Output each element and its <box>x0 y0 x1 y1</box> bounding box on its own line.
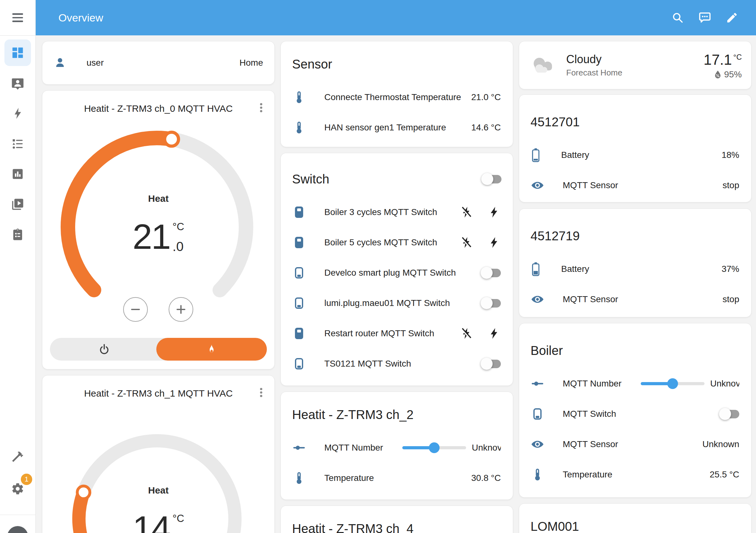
assist-button[interactable] <box>698 11 712 25</box>
flash-off-button[interactable] <box>460 206 473 219</box>
heatit-ch4-card: Heatit - Z-TRM3 ch_4 <box>281 506 513 533</box>
card-menu-button[interactable] <box>255 101 267 114</box>
eye-icon <box>531 293 544 306</box>
person-card[interactable]: user Home <box>42 41 275 85</box>
sidebar-item-overview[interactable] <box>4 40 31 66</box>
hamburger-menu-icon[interactable] <box>0 0 35 35</box>
entity-toggle[interactable] <box>481 267 501 278</box>
mqtt-number-slider[interactable] <box>641 378 705 389</box>
entity-row[interactable]: MQTT Sensor stop <box>519 284 751 314</box>
weather-card[interactable]: Cloudy Forecast Home 17.1 °C 95% <box>519 41 752 89</box>
battery-icon <box>531 262 540 276</box>
cloudy-icon <box>528 54 559 77</box>
entity-row[interactable]: Connecte Thermostat Temperature 21.0 °C <box>281 82 513 112</box>
thermostat-card-ch0: Heatit - Z-TRM3 ch_0 MQTT HVAC Heat 21 °… <box>42 90 275 369</box>
sidebar-item-settings[interactable]: 1 <box>4 475 31 502</box>
entity-row[interactable]: Boiler 5 cycles MQTT Switch <box>281 227 513 258</box>
entity-row[interactable]: MQTT Sensor stop <box>519 170 751 200</box>
entity-name: MQTT Number <box>563 379 621 389</box>
entity-name: MQTT Number <box>324 443 383 453</box>
entity-value: 37% <box>721 264 739 274</box>
app-header: Overview <box>35 0 756 35</box>
entity-toggle[interactable] <box>720 409 739 419</box>
heatit-ch2-card: Heatit - Z-TRM3 ch_2 MQTT Number Unknov … <box>281 391 513 500</box>
edit-dashboard-button[interactable] <box>725 11 739 25</box>
page-title: Overview <box>58 12 103 24</box>
card-title: Heatit - Z-TRM3 ch_4 <box>281 506 513 533</box>
entity-row[interactable]: Boiler 3 cycles MQTT Switch <box>281 197 513 227</box>
card-title: Sensor <box>281 41 513 72</box>
entity-row[interactable]: Temperature 30.8 °C <box>281 463 513 493</box>
switch-off-icon <box>293 267 305 279</box>
entity-toggle[interactable] <box>481 298 501 308</box>
sidebar-item-energy[interactable] <box>4 100 31 127</box>
entity-row[interactable]: Temperature 25.5 °C <box>519 460 751 490</box>
entity-name: Battery <box>561 150 589 160</box>
entity-name: Temperature <box>324 473 374 483</box>
switch-card: Switch Boiler 3 cycles MQTT Switch Boile… <box>281 153 513 386</box>
sidebar-item-developer-tools[interactable] <box>4 443 31 470</box>
entity-name: lumi.plug.maeu01 MQTT Switch <box>324 298 450 308</box>
hvac-mode-label: Heat <box>42 485 274 496</box>
entity-row[interactable]: MQTT Switch <box>519 399 751 429</box>
card-title: 4512719 <box>519 209 751 243</box>
flash-on-button[interactable] <box>488 327 501 340</box>
sidebar-item-map[interactable] <box>4 70 31 96</box>
flash-off-button[interactable] <box>460 236 473 249</box>
sidebar-item-todo[interactable] <box>4 221 31 248</box>
thermometer-icon <box>293 121 305 134</box>
eye-icon <box>531 179 544 192</box>
entity-row[interactable]: MQTT Number Unknov <box>281 433 513 463</box>
sidebar-item-history[interactable] <box>4 161 31 187</box>
entity-name: Develco smart plug MQTT Switch <box>324 268 456 278</box>
thermometer-icon <box>293 472 305 484</box>
temperature-decrease-button[interactable] <box>123 297 148 322</box>
entity-value: 25.5 °C <box>710 469 739 480</box>
sidebar-item-logbook[interactable] <box>4 130 31 157</box>
card-menu-button[interactable] <box>255 386 267 399</box>
play-box-multiple-icon <box>11 198 24 211</box>
entity-value: 18% <box>721 150 739 160</box>
entity-name: HAN sensor gen1 Temperature <box>324 122 446 133</box>
entity-row[interactable]: TS0121 MQTT Switch <box>281 349 513 379</box>
entity-value: Unknown <box>702 439 739 449</box>
entity-name: Restart router MQTT Switch <box>324 328 434 338</box>
switch-off-icon <box>293 358 305 370</box>
sidebar-item-media-browser[interactable] <box>4 191 31 218</box>
search-button[interactable] <box>671 11 685 25</box>
entity-row[interactable]: Battery 18% <box>519 140 751 170</box>
thermostat-card-ch1: Heatit - Z-TRM3 ch_1 MQTT HVAC Heat 14 °… <box>42 375 275 533</box>
entity-row[interactable]: Battery 37% <box>519 254 751 284</box>
entity-row[interactable]: HAN sensor gen1 Temperature 14.6 °C <box>281 112 513 143</box>
flash-off-button[interactable] <box>460 327 473 340</box>
flash-on-button[interactable] <box>488 206 501 219</box>
person-icon <box>54 57 66 69</box>
device-card-4512701: 4512701 Battery 18% MQTT Sensor stop <box>519 94 752 202</box>
logbook-list-icon <box>11 137 24 150</box>
entity-value: 14.6 °C <box>471 122 501 133</box>
hvac-mode-heat-button[interactable] <box>156 338 267 360</box>
entity-row[interactable]: lumi.plug.maeu01 MQTT Switch <box>281 288 513 318</box>
switch-off-icon <box>293 297 305 309</box>
chat-icon <box>698 11 712 24</box>
entity-row[interactable]: MQTT Sensor Unknown <box>519 429 751 460</box>
person-badge-icon <box>11 76 24 90</box>
hvac-mode-off-button[interactable] <box>50 338 158 360</box>
flash-on-button[interactable] <box>488 236 501 249</box>
eye-icon <box>531 438 544 451</box>
temperature-increase-button[interactable] <box>169 297 193 322</box>
entity-toggle[interactable] <box>481 359 501 369</box>
entity-row[interactable]: Restart router MQTT Switch <box>281 318 513 349</box>
card-title: 4512701 <box>519 95 751 129</box>
user-avatar[interactable] <box>7 526 28 533</box>
entity-name: Boiler 5 cycles MQTT Switch <box>324 237 437 248</box>
target-temperature: 14 °C .0 <box>42 510 274 533</box>
entity-row[interactable]: MQTT Number Unknov <box>519 368 751 399</box>
search-icon <box>671 12 684 24</box>
temperature-integer: 14 <box>133 510 170 533</box>
switch-group-toggle[interactable] <box>482 174 501 184</box>
flame-icon <box>205 343 218 355</box>
entity-row[interactable]: Develco smart plug MQTT Switch <box>281 258 513 288</box>
mqtt-number-slider[interactable] <box>402 442 466 453</box>
entity-name: Temperature <box>563 469 612 480</box>
